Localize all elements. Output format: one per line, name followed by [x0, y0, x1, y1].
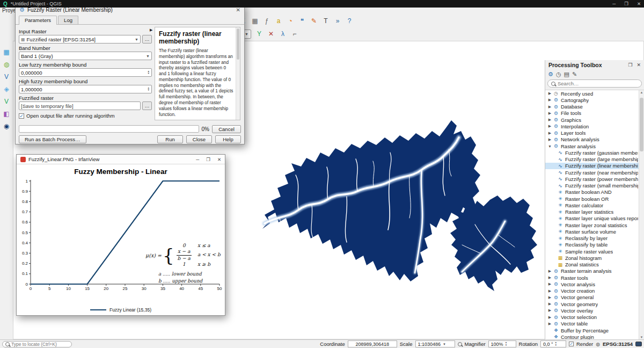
new-spatialite-icon[interactable]: ◈	[2, 84, 11, 94]
scale-combo[interactable]: 1:1030486▼	[415, 340, 455, 347]
search-input[interactable]	[558, 81, 627, 86]
input-raster-combo[interactable]: ▦ Fuzzified raster [EPSG:31254] ▼	[19, 35, 141, 44]
edit-features-inplace-icon[interactable]: ✎	[572, 71, 577, 78]
toolbox-algorithm[interactable]: ✳Raster layer zonal statistics	[545, 222, 644, 228]
toolbox-algorithm[interactable]: ✳Sample raster values	[545, 248, 644, 255]
chevron-right-icon[interactable]: ▶	[547, 302, 553, 306]
chevron-right-icon[interactable]: ▶	[547, 118, 553, 122]
run-button[interactable]: Run	[157, 135, 183, 143]
toolbox-category[interactable]: ▶⚙Database	[545, 104, 644, 110]
toolbox-category[interactable]: ▶⚙Graphics	[545, 117, 644, 123]
toolbox-category[interactable]: ▶⚙Vector overlay	[545, 307, 644, 314]
dialog-close-icon[interactable]: ✕	[236, 7, 240, 13]
minimize-button[interactable]: ─	[196, 157, 199, 162]
high-bound-spinbox[interactable]: 1,000000 ▲▼	[19, 85, 152, 93]
toolbox-algorithm[interactable]: ∿Fuzzify raster (linear membership)	[545, 163, 644, 169]
toolbox-category[interactable]: ▶⚙Vector general	[545, 294, 644, 301]
close-button[interactable]: ✕	[217, 157, 221, 162]
chevron-right-icon[interactable]: ▶	[547, 269, 553, 273]
toolbox-searchbox[interactable]	[547, 79, 642, 88]
toolbox-category[interactable]: ▶⚙Network analysis	[545, 136, 644, 143]
tab-parameters[interactable]: Parameters	[19, 16, 57, 25]
chevron-right-icon[interactable]: ▶	[547, 91, 553, 96]
chevron-right-icon[interactable]: ▶	[547, 131, 553, 135]
chevron-right-icon[interactable]: ▶	[547, 98, 553, 102]
data-source-manager-icon[interactable]: ▦	[2, 47, 11, 57]
new-geopackage-icon[interactable]: ◍	[2, 60, 11, 69]
python-console-icon[interactable]: »	[332, 16, 343, 26]
history-icon[interactable]: ◷	[556, 71, 561, 78]
toolbox-category[interactable]: ▶⚙Vector analysis	[545, 281, 644, 287]
spinner-arrows-icon[interactable]: ▲▼	[148, 70, 150, 75]
undock-panel-icon[interactable]: ❐	[628, 62, 632, 68]
new-shapefile-icon[interactable]: V	[2, 72, 11, 82]
close-dialog-button[interactable]: Close	[186, 135, 212, 143]
field-calculator-icon[interactable]: ƒ	[261, 16, 272, 26]
help-pane-collapse-icon[interactable]: ▶	[150, 28, 152, 32]
toolbox-algorithm[interactable]: ✳Reclassify by layer	[545, 235, 644, 242]
chevron-right-icon[interactable]: ▶	[547, 105, 553, 109]
toolbox-category[interactable]: ▶⚙Vector geometry	[545, 301, 644, 307]
toolbox-algorithm[interactable]: ✳Raster layer unique values report	[545, 215, 644, 222]
menu-project[interactable]: Proye	[2, 8, 16, 13]
rotation-spinbox[interactable]: 0,0 ° ▲▼	[540, 340, 566, 347]
toolbox-category[interactable]: ▶⚙Interpolation	[545, 123, 644, 129]
toolbox-algorithm[interactable]: ✳Reclassify by table	[545, 242, 644, 248]
crs-value[interactable]: EPSG:31254	[603, 341, 633, 347]
chevron-right-icon[interactable]: ▶	[547, 276, 553, 280]
chevron-right-icon[interactable]: ▶	[547, 315, 553, 320]
open-output-checkbox[interactable]: ✓	[19, 113, 24, 119]
chevron-right-icon[interactable]: ▶	[547, 137, 553, 142]
maximize-button[interactable]: ❐	[206, 157, 210, 162]
new-annotation-icon[interactable]: ✎	[309, 16, 319, 26]
toolbox-algorithm[interactable]: ✳Raster surface volume	[545, 228, 644, 235]
help-scrollbar[interactable]	[236, 27, 240, 120]
split-features-icon[interactable]: λ	[277, 28, 288, 39]
attribute-table-icon[interactable]: ▦	[250, 16, 260, 26]
toolbox-algorithm[interactable]: ∿Fuzzify raster (small membership)	[545, 183, 644, 189]
layer-styling-panel-icon[interactable]: ◧	[2, 109, 11, 119]
chevron-right-icon[interactable]: ▶	[547, 282, 553, 286]
vertex-editor-icon[interactable]: ✕	[266, 28, 276, 39]
maximize-button[interactable]: ❐	[624, 1, 628, 6]
minimize-button[interactable]: ─	[612, 1, 616, 6]
text-annotation-icon[interactable]: T	[320, 16, 331, 26]
output-file-field[interactable]: [Save to temporary file]	[19, 102, 141, 110]
chevron-right-icon[interactable]: ▶	[547, 295, 553, 300]
toolbox-category[interactable]: ▶⚙File tools	[545, 110, 644, 117]
layer-labeling-icon[interactable]: a	[273, 16, 284, 26]
locator-box[interactable]	[2, 341, 72, 347]
toolbox-category[interactable]: ▶⚙Vector table	[545, 321, 644, 327]
locator-input[interactable]	[11, 342, 68, 347]
band-combo[interactable]: Band 1 (Gray) ▼	[19, 52, 152, 60]
input-raster-browse-button[interactable]: …	[142, 35, 152, 44]
tracing-icon[interactable]: Y	[254, 28, 265, 39]
run-as-batch-button[interactable]: Run as Batch Process…	[19, 135, 86, 143]
irfanview-titlebar[interactable]: Fuzzify_Linear.PNG - IrfanView ─ ❐ ✕	[17, 155, 225, 164]
coordinate-value[interactable]: 208989,306418	[348, 340, 397, 347]
low-bound-spinbox[interactable]: 0,000000 ▲▼	[19, 68, 152, 77]
chevron-right-icon[interactable]: ▶	[547, 289, 553, 293]
toolbox-algorithm[interactable]: ∿Fuzzify raster (large membership)	[545, 156, 644, 163]
map-tips-icon[interactable]: ❝	[297, 16, 308, 26]
toolbox-category[interactable]: ▶⚙Vector selection	[545, 314, 644, 321]
toolbox-algorithm[interactable]: ❖Contour plugin	[545, 334, 644, 339]
results-viewer-icon[interactable]: ▤	[564, 71, 569, 78]
chevron-right-icon[interactable]: ▶	[547, 124, 553, 128]
new-virtual-layer-icon[interactable]: V	[2, 97, 11, 106]
help-contents-icon[interactable]: ?	[344, 16, 355, 26]
toolbox-category[interactable]: ▶⚙Vector creation	[545, 288, 644, 294]
render-checkbox[interactable]: ✓	[569, 342, 574, 346]
processing-blue-icon[interactable]: ◉	[2, 121, 11, 131]
spinner-arrows-icon[interactable]: ▲▼	[505, 342, 507, 346]
toolbox-algorithm[interactable]: ∿Fuzzify raster (near membership)	[545, 169, 644, 176]
messages-icon[interactable]	[635, 342, 642, 346]
toolbox-algorithm[interactable]: ✳Raster boolean AND	[545, 189, 644, 195]
close-button[interactable]: ✕	[637, 1, 641, 6]
scroll-down-icon[interactable]: ▼	[639, 336, 644, 339]
toolbox-category[interactable]: ▶◷Recently used	[545, 90, 644, 97]
toolbox-algorithm[interactable]: ✳Raster layer statistics	[545, 209, 644, 215]
chevron-right-icon[interactable]: ▶	[547, 308, 553, 313]
cancel-button[interactable]: Cancel	[212, 125, 241, 133]
toolbox-algorithm[interactable]: ✳Raster calculator	[545, 202, 644, 208]
